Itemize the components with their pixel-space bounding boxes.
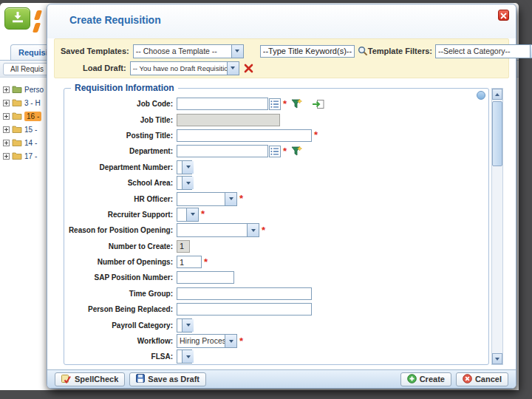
form-row: HR Officer: * (67, 191, 487, 206)
scrollbar-thumb[interactable] (492, 101, 502, 166)
recruiter-support-select[interactable] (177, 208, 199, 222)
saved-templates-select[interactable]: -- Choose a Template -- (133, 44, 244, 58)
form-row: Reason for Position Opening: * (67, 222, 487, 238)
spellcheck-button[interactable]: SpellCheck (55, 372, 125, 386)
dialog-footer: SpellCheck Save as Draft Create Cancel (47, 369, 516, 388)
cancel-icon (463, 374, 472, 385)
reason-for-position-opening-select[interactable] (177, 223, 259, 237)
expand-icon[interactable] (3, 126, 10, 133)
form-row: Payroll Category: (67, 317, 487, 332)
delete-draft-icon[interactable] (244, 64, 253, 73)
logo-fragment (33, 10, 47, 36)
title-keyword-input[interactable] (260, 45, 355, 58)
field-label: Number of Openings: (67, 258, 173, 266)
tree-item-label: 16 - (24, 112, 41, 121)
posting-title-input[interactable] (177, 129, 312, 142)
department-lookup-icon[interactable] (269, 146, 281, 157)
chevron-down-icon (182, 177, 194, 189)
folder-icon (12, 109, 22, 123)
load-draft-select[interactable]: -- You have no Draft Requisitions (130, 61, 239, 75)
form-row: Time Group: (67, 286, 487, 301)
folder-icon (12, 83, 22, 96)
required-marker: * (283, 100, 287, 108)
required-marker: * (314, 132, 318, 139)
create-requisition-dialog: Create Requisition Saved Templates: -- C… (47, 4, 516, 389)
save-as-draft-button[interactable]: Save as Draft (129, 372, 206, 386)
expand-icon[interactable] (3, 140, 10, 146)
tree-item-label: 15 - (24, 126, 37, 134)
expand-icon[interactable] (3, 86, 10, 93)
close-button[interactable] (498, 10, 509, 21)
requisition-information-section: Job Code: * Job Title: (64, 88, 489, 365)
form-row: Person Being Replaced: (67, 301, 487, 317)
required-marker: * (204, 259, 208, 266)
create-icon (407, 374, 417, 385)
load-draft-label: Load Draft: (83, 64, 126, 72)
chevron-down-icon (225, 335, 236, 347)
form-row: Job Title: (67, 112, 487, 127)
field-label: Reason for Position Opening: (67, 226, 173, 234)
folder-icon (12, 149, 22, 163)
app-action-button[interactable] (4, 7, 30, 30)
flsa-select[interactable] (177, 349, 192, 364)
number-to-create-input (177, 240, 190, 253)
school-area-select[interactable] (177, 176, 192, 190)
person-being-replaced-input[interactable] (177, 303, 312, 316)
chevron-down-icon (225, 193, 236, 205)
folder-icon (12, 96, 22, 109)
expand-icon[interactable] (3, 113, 10, 120)
number-of-openings-input[interactable] (177, 256, 202, 268)
field-label: Department: (67, 147, 173, 155)
field-label: Person Being Replaced: (67, 305, 173, 313)
expand-icon[interactable] (3, 100, 10, 106)
job-title-input (177, 114, 280, 126)
field-label: SAP Position Number: (67, 273, 173, 282)
tree-item-label: 17 - (24, 152, 37, 160)
scroll-down-icon[interactable] (492, 353, 502, 364)
job-code-lookup-icon[interactable] (269, 98, 281, 110)
scroll-up-icon[interactable] (492, 89, 502, 100)
job-code-input[interactable] (177, 98, 268, 110)
chevron-down-icon (182, 350, 194, 363)
section-legend: Requisition Information (71, 83, 178, 93)
department-number-select[interactable] (177, 160, 192, 174)
search-icon[interactable] (358, 46, 368, 56)
field-label: FLSA: (67, 352, 173, 361)
templates-bar: Saved Templates: -- Choose a Template --… (54, 38, 509, 78)
form-row: Number to Create: (67, 239, 487, 254)
required-marker: * (201, 211, 205, 218)
dialog-title: Create Requisition (69, 14, 161, 26)
form-panel: Requisition Information Job Code: * (54, 78, 509, 369)
sap-position-number-input[interactable] (177, 271, 234, 284)
form-row: Job Code: * (67, 96, 487, 112)
spellcheck-icon (61, 374, 72, 385)
job-code-quick-add-icon[interactable] (312, 99, 324, 109)
form-row: Number of Openings: * (67, 254, 487, 270)
expand-icon[interactable] (3, 153, 10, 160)
template-filters-select[interactable]: --Select a Category-- (435, 44, 532, 58)
create-button[interactable]: Create (400, 372, 451, 386)
form-row: Department: * (67, 143, 487, 159)
hr-officer-select[interactable] (177, 192, 237, 206)
job-code-filter-icon[interactable] (291, 98, 303, 109)
required-marker: * (239, 338, 243, 345)
workflow-select[interactable]: Hiring Process (177, 334, 237, 348)
scrollbar[interactable] (491, 88, 503, 365)
field-label: Department Number: (67, 163, 173, 171)
cancel-button[interactable]: Cancel (456, 372, 508, 386)
tab-all-requisitions[interactable]: All Requis (3, 63, 51, 75)
department-filter-icon[interactable] (291, 146, 303, 157)
close-icon (500, 9, 507, 22)
saved-templates-label: Saved Templates: (61, 47, 129, 55)
form-row: Recruiter Support: * (67, 207, 487, 222)
required-marker: * (239, 195, 243, 202)
folder-icon (12, 123, 22, 136)
time-group-input[interactable] (177, 287, 312, 300)
chevron-down-icon (182, 319, 194, 332)
form-row: FLSA: (67, 349, 487, 364)
department-input[interactable] (177, 145, 268, 157)
payroll-category-select[interactable] (177, 318, 192, 332)
field-label: Recruiter Support: (67, 211, 173, 219)
field-label: Workflow: (67, 337, 173, 345)
required-marker: * (283, 148, 287, 155)
